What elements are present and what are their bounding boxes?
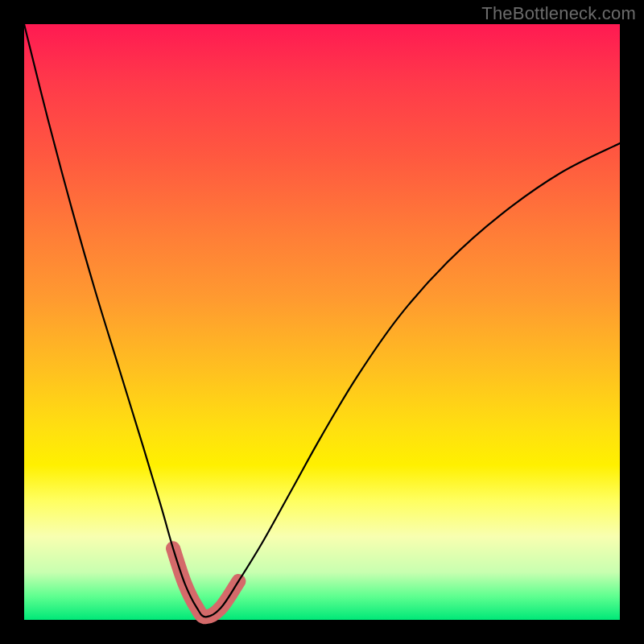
watermark-text: TheBottleneck.com bbox=[481, 3, 636, 24]
chart-frame: TheBottleneck.com bbox=[0, 0, 644, 644]
bottleneck-curve-path bbox=[24, 24, 620, 617]
valley-highlight-path bbox=[173, 548, 238, 617]
plot-area bbox=[24, 24, 620, 620]
curve-svg bbox=[24, 24, 620, 620]
